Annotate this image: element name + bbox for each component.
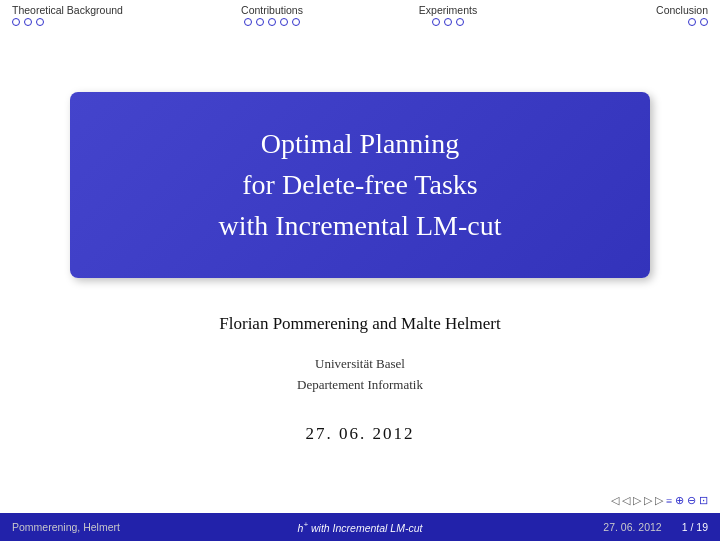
nav-dot bbox=[456, 18, 464, 26]
nav-title-theoretical: Theoretical Background bbox=[12, 4, 123, 16]
nav-left-icon[interactable]: ◁ bbox=[611, 494, 619, 507]
nav-fullscreen-icon[interactable]: ⊡ bbox=[699, 494, 708, 507]
title-box: Optimal Planning for Delete-free Tasks w… bbox=[70, 92, 650, 278]
nav-dot bbox=[268, 18, 276, 26]
nav-dot bbox=[292, 18, 300, 26]
nav-dots-contributions bbox=[244, 18, 300, 26]
nav-section-experiments: Experiments bbox=[360, 4, 536, 26]
footer-heuristic-suffix: with Incremental LM-cut bbox=[308, 522, 422, 534]
nav-right2-icon[interactable]: ▷ bbox=[644, 494, 652, 507]
footer-right: 27. 06. 2012 1 / 19 bbox=[476, 521, 708, 533]
nav-right-icon[interactable]: ▷ bbox=[633, 494, 641, 507]
title-line2: for Delete-free Tasks bbox=[242, 169, 477, 200]
nav-dots-theoretical bbox=[12, 18, 44, 26]
nav-title-experiments: Experiments bbox=[419, 4, 477, 16]
affiliation-line1: Universität Basel bbox=[315, 356, 405, 371]
nav-dot bbox=[432, 18, 440, 26]
nav-dot bbox=[280, 18, 288, 26]
nav-dots-conclusion bbox=[688, 18, 708, 26]
nav-icons-area: ◁ ◁ ▷ ▷ ▷ ≡ ⊕ ⊖ ⊡ bbox=[611, 494, 708, 507]
top-navigation: Theoretical Background Contributions Exp… bbox=[0, 0, 720, 28]
nav-dot bbox=[700, 18, 708, 26]
footer-author: Pommerening, Helmert bbox=[12, 521, 120, 533]
nav-dot bbox=[12, 18, 20, 26]
nav-section-theoretical: Theoretical Background bbox=[8, 4, 184, 26]
nav-dot bbox=[36, 18, 44, 26]
nav-title-contributions: Contributions bbox=[241, 4, 303, 16]
nav-left2-icon[interactable]: ◁ bbox=[622, 494, 630, 507]
nav-section-contributions: Contributions bbox=[184, 4, 360, 26]
nav-menu-icon[interactable]: ≡ bbox=[666, 495, 672, 507]
footer-date: 27. 06. 2012 bbox=[603, 521, 661, 533]
title-line1: Optimal Planning bbox=[261, 128, 459, 159]
footer-page-number: 1 / 19 bbox=[682, 521, 708, 533]
nav-dot bbox=[444, 18, 452, 26]
nav-dots-experiments bbox=[432, 18, 464, 26]
title-line3: with Incremental LM-cut bbox=[218, 210, 501, 241]
nav-title-conclusion: Conclusion bbox=[656, 4, 708, 16]
footer-bar: Pommerening, Helmert h+ with Incremental… bbox=[0, 513, 720, 541]
footer-left: Pommerening, Helmert bbox=[12, 521, 244, 533]
nav-dot bbox=[244, 18, 252, 26]
authors: Florian Pommerening and Malte Helmert bbox=[219, 314, 500, 334]
presentation-date: 27. 06. 2012 bbox=[306, 424, 415, 444]
main-content: Optimal Planning for Delete-free Tasks w… bbox=[0, 28, 720, 488]
nav-section-conclusion: Conclusion bbox=[536, 4, 712, 26]
slide-title: Optimal Planning for Delete-free Tasks w… bbox=[130, 124, 590, 246]
nav-search-icon[interactable]: ⊕ bbox=[675, 494, 684, 507]
nav-zoom-icon[interactable]: ⊖ bbox=[687, 494, 696, 507]
affiliation: Universität Basel Departement Informatik bbox=[297, 354, 423, 396]
footer-center: h+ with Incremental LM-cut bbox=[244, 520, 476, 534]
nav-dot bbox=[688, 18, 696, 26]
affiliation-line2: Departement Informatik bbox=[297, 377, 423, 392]
nav-right3-icon[interactable]: ▷ bbox=[655, 494, 663, 507]
nav-dot bbox=[256, 18, 264, 26]
nav-dot bbox=[24, 18, 32, 26]
